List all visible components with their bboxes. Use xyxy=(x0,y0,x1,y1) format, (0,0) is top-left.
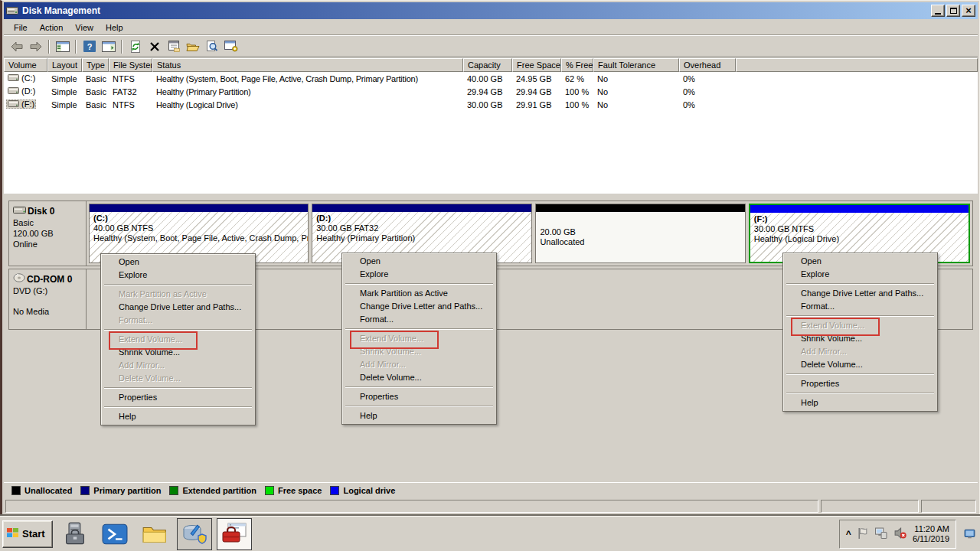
forward-icon[interactable] xyxy=(27,38,44,55)
column-header[interactable]: Layout xyxy=(47,58,82,72)
context-menu-item[interactable]: Open xyxy=(103,256,253,269)
legend-label: Primary partition xyxy=(93,486,161,495)
cdrom-header[interactable]: CD-ROM 0 DVD (G:) No Media xyxy=(9,269,87,329)
back-icon[interactable] xyxy=(8,38,25,55)
menu-bar-item[interactable]: View xyxy=(69,21,100,34)
context-menu-item[interactable]: Properties xyxy=(103,391,253,404)
context-menu-item[interactable]: Shrink Volume... xyxy=(103,346,253,359)
legend-swatch xyxy=(330,486,339,495)
menu-bar-item[interactable]: Help xyxy=(100,21,129,34)
maximize-button[interactable] xyxy=(946,5,960,17)
volume-row[interactable]: (C:) Simple Basic NTFS Healthy (System, … xyxy=(4,72,978,85)
context-menu-item[interactable]: Shrink Volume... xyxy=(344,345,495,358)
context-menu-item[interactable]: Add Mirror... xyxy=(344,358,495,371)
context-menu-item[interactable]: Help xyxy=(344,409,495,422)
context-menu-item[interactable]: Explore xyxy=(344,268,495,281)
column-header[interactable]: Status xyxy=(152,58,463,72)
context-menu-item[interactable]: Delete Volume... xyxy=(103,372,253,385)
column-header[interactable]: Capacity xyxy=(463,58,512,72)
volume-table-header: VolumeLayoutTypeFile SystemStatusCapacit… xyxy=(4,58,978,72)
context-menu-item[interactable] xyxy=(786,315,934,317)
column-header[interactable]: Volume xyxy=(4,58,47,72)
minimize-button[interactable] xyxy=(931,5,945,17)
context-menu-item[interactable]: Properties xyxy=(344,390,495,403)
network-icon[interactable] xyxy=(874,527,887,540)
context-menu-item[interactable] xyxy=(104,284,252,285)
action-center-flag-icon[interactable] xyxy=(858,527,868,541)
context-menu-volume-d: OpenExploreMark Partition as ActiveChang… xyxy=(341,253,497,425)
help-icon[interactable]: ? xyxy=(80,38,98,55)
drive-icon xyxy=(8,99,19,108)
context-menu-item[interactable] xyxy=(786,283,934,285)
context-menu-item[interactable] xyxy=(104,387,252,389)
column-header[interactable]: Free Space xyxy=(512,58,561,72)
volume-muted-icon[interactable] xyxy=(893,527,906,540)
computer-management-taskbar-button[interactable] xyxy=(217,518,252,550)
start-button[interactable]: Start xyxy=(2,520,53,548)
context-menu-item[interactable]: Format... xyxy=(103,314,253,327)
partition-region[interactable]: 20.00 GB Unallocated xyxy=(535,204,745,263)
action-pane-icon[interactable] xyxy=(100,38,117,55)
context-menu-item[interactable] xyxy=(345,386,493,388)
explorer-icon[interactable] xyxy=(137,518,172,550)
context-menu-item[interactable]: Change Drive Letter and Paths... xyxy=(344,300,495,313)
hidden-icons-chevron[interactable]: ^ xyxy=(846,530,851,538)
context-menu-item[interactable]: Mark Partition as Active xyxy=(103,288,253,301)
properties-icon[interactable] xyxy=(165,38,182,55)
delete-icon[interactable] xyxy=(145,38,163,55)
column-header[interactable]: % Free xyxy=(561,58,593,72)
volume-row[interactable]: (D:) Simple Basic FAT32 Healthy (Primary… xyxy=(4,85,978,98)
context-menu-item[interactable]: Mark Partition as Active xyxy=(344,287,495,300)
type-cell: Basic xyxy=(82,86,109,97)
menu-bar-item[interactable]: Action xyxy=(34,21,70,34)
volume-label[interactable]: (F:) xyxy=(6,99,36,109)
column-header[interactable]: File System xyxy=(109,58,152,72)
find-icon[interactable] xyxy=(203,38,220,55)
close-button[interactable]: × xyxy=(962,5,975,17)
powershell-icon[interactable] xyxy=(97,518,132,550)
context-menu-item[interactable]: Delete Volume... xyxy=(785,358,936,371)
context-menu-item[interactable]: Shrink Volume... xyxy=(785,332,936,345)
context-menu-item[interactable]: Change Drive Letter and Paths... xyxy=(785,287,936,300)
context-menu-item[interactable]: Explore xyxy=(103,269,253,282)
context-menu-item[interactable]: Delete Volume... xyxy=(344,371,495,384)
context-menu-item[interactable] xyxy=(345,283,493,285)
disk0-header[interactable]: Disk 0 Basic 120.00 GB Online xyxy=(9,201,87,266)
server-manager-icon[interactable] xyxy=(57,518,93,550)
context-menu-item[interactable] xyxy=(345,406,493,407)
context-menu-item[interactable] xyxy=(786,373,934,375)
context-menu-item[interactable]: Add Mirror... xyxy=(785,345,936,358)
context-menu-item[interactable]: Format... xyxy=(344,313,495,326)
context-menu-item[interactable] xyxy=(104,329,252,331)
context-menu-item[interactable]: Properties xyxy=(785,377,936,390)
setup-icon[interactable] xyxy=(222,38,240,55)
column-header[interactable]: Fault Tolerance xyxy=(593,58,679,72)
context-menu-item[interactable] xyxy=(786,393,934,394)
show-desktop-button[interactable] xyxy=(961,519,978,549)
volume-label[interactable]: (D:) xyxy=(6,86,37,96)
context-menu-item[interactable]: Format... xyxy=(785,300,936,313)
context-menu-item[interactable]: Extend Volume... xyxy=(344,332,495,345)
titlebar[interactable]: Disk Management × xyxy=(4,2,978,19)
volume-row[interactable]: (F:) Simple Basic NTFS Healthy (Logical … xyxy=(4,98,978,111)
context-menu-item[interactable]: Help xyxy=(103,410,253,423)
context-menu-item[interactable]: Change Drive Letter and Paths... xyxy=(103,301,253,314)
context-menu-item[interactable]: Help xyxy=(785,396,936,409)
context-menu-item[interactable]: Open xyxy=(785,255,936,268)
context-menu-item[interactable]: Extend Volume... xyxy=(785,319,936,332)
console-tree-icon[interactable] xyxy=(54,38,71,55)
column-header[interactable]: Overhead xyxy=(679,58,736,72)
context-menu-item[interactable]: Extend Volume... xyxy=(103,333,253,346)
context-menu-item[interactable] xyxy=(104,406,252,408)
context-menu-item[interactable]: Add Mirror... xyxy=(103,359,253,372)
volume-label[interactable]: (C:) xyxy=(6,73,37,83)
refresh-icon[interactable] xyxy=(126,38,144,55)
context-menu-item[interactable]: Open xyxy=(344,255,495,268)
clock[interactable]: 11:20 AM 6/11/2019 xyxy=(913,524,949,544)
context-menu-item[interactable]: Explore xyxy=(785,268,936,281)
column-header[interactable]: Type xyxy=(82,58,109,72)
context-menu-item[interactable] xyxy=(345,328,493,330)
menu-bar-item[interactable]: File xyxy=(8,21,34,34)
open-folder-icon[interactable] xyxy=(184,38,201,55)
disk-management-taskbar-button[interactable] xyxy=(177,518,212,550)
